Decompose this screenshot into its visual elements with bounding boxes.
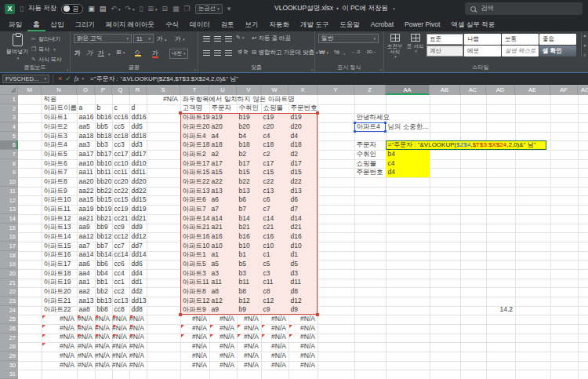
cell-N30[interactable]: #N/A <box>42 361 74 371</box>
col-header-U[interactable]: U <box>209 85 237 95</box>
cell-R30[interactable]: #N/A <box>129 361 144 371</box>
wrap-text-button[interactable]: ↩ 자동 줄 바꿈 <box>252 35 291 42</box>
dialog-launcher-icon[interactable]: ⌟ <box>379 65 382 71</box>
row-header-17[interactable]: 17 <box>0 242 18 251</box>
cell-W30[interactable]: #N/A <box>261 361 286 371</box>
cancel-icon[interactable]: × <box>58 75 62 82</box>
cell-AA4[interactable]: 님의 소중한... <box>388 122 429 133</box>
cell-P30[interactable]: #N/A <box>95 361 110 371</box>
shrink-font-icon[interactable]: 가▾ <box>175 35 185 43</box>
col-header-AC[interactable]: AC <box>460 85 486 95</box>
document-icon[interactable]: ▯ <box>20 5 24 13</box>
underline-icon[interactable]: 가 <box>98 49 104 57</box>
align-center-icon[interactable] <box>214 50 221 56</box>
comma-style-icon[interactable]: , <box>343 49 345 56</box>
cell-V30[interactable]: #N/A <box>237 361 259 371</box>
row-header-13[interactable]: 13 <box>0 205 18 214</box>
save-icon[interactable]: ▣ <box>88 5 95 13</box>
cell-Z9[interactable]: 주문번호 <box>357 168 383 178</box>
indent-icons[interactable]: ⊴ ⊵ <box>238 49 249 55</box>
copy-button[interactable]: ❐복사▾ <box>31 46 62 53</box>
tab-도움말[interactable]: 도움말 <box>334 17 365 31</box>
borders-icon[interactable]: ⊞▾ <box>116 49 125 56</box>
font-size-combo[interactable]: 11▾ <box>133 34 154 43</box>
new-file-icon[interactable]: ▯ <box>139 5 143 13</box>
style-chip-나쁨[interactable]: 나쁨 <box>464 34 501 45</box>
row-header-5[interactable]: 5 <box>0 132 18 141</box>
col-header-AF[interactable]: AF <box>550 85 578 95</box>
row-header-31[interactable]: 31 <box>0 370 18 379</box>
format-as-table-button[interactable]: 표 서식 ▾ <box>405 34 425 54</box>
tab-Acrobat[interactable]: Acrobat <box>365 17 399 31</box>
bold-icon[interactable]: 가 <box>74 49 81 57</box>
cell-S1[interactable]: #N/A <box>147 95 178 105</box>
row-header-22[interactable]: 22 <box>0 287 18 297</box>
cell-X30[interactable]: #N/A <box>289 361 315 371</box>
dialog-launcher-icon[interactable]: ⌟ <box>194 65 196 71</box>
col-header-AB[interactable]: AB <box>430 85 460 95</box>
tab-그리기[interactable]: 그리기 <box>70 17 101 31</box>
cell-U30[interactable]: #N/A <box>209 361 234 371</box>
row-header-3[interactable]: 3 <box>0 113 18 122</box>
phonetic-guide-icon[interactable]: 내천▾ <box>169 49 188 59</box>
align-middle-icon[interactable] <box>214 36 221 42</box>
row-header-4[interactable]: 4 <box>0 122 18 132</box>
row-header-29[interactable]: 29 <box>0 352 18 361</box>
tab-검토[interactable]: 검토 <box>215 17 239 31</box>
col-header-V[interactable]: V <box>237 85 261 95</box>
name-box[interactable]: FVSCHED... ▾ <box>2 75 49 83</box>
col-header-AG[interactable]: AG <box>578 85 588 95</box>
row-header-18[interactable]: 18 <box>0 251 18 261</box>
style-chip-계산[interactable]: 계산 <box>426 46 463 56</box>
style-chip-좋음[interactable]: 좋음 <box>539 34 576 45</box>
row-header-19[interactable]: 19 <box>0 260 18 269</box>
style-chip-셀 확인[interactable]: 셀 확인 <box>539 46 576 56</box>
col-header-P[interactable]: P <box>95 85 112 95</box>
col-header-R[interactable]: R <box>129 85 147 95</box>
tab-개발 도구[interactable]: 개발 도구 <box>295 17 334 31</box>
font-name-combo[interactable]: 맑은 고딕▾ <box>74 34 132 43</box>
cell-T30[interactable]: #N/A <box>180 361 207 371</box>
orientation-icon[interactable]: ✎▾ <box>236 35 244 41</box>
redo-icon[interactable]: ↷▾ <box>125 5 134 13</box>
decrease-decimal-icon[interactable]: .00→ <box>365 49 376 54</box>
col-header-Y[interactable]: Y <box>318 85 354 95</box>
row-header-23[interactable]: 23 <box>0 297 18 306</box>
row-header-30[interactable]: 30 <box>0 361 18 370</box>
borders-icon[interactable]: ⊞▾ <box>147 5 157 13</box>
picture-icon[interactable]: ▦ <box>172 5 180 13</box>
fill-color-icon[interactable]: ◇ <box>135 49 141 56</box>
tab-데이터[interactable]: 데이터 <box>184 17 216 31</box>
gridlines-toggle[interactable]: 눈금선▾ <box>195 4 223 14</box>
col-header-M[interactable]: M <box>18 85 42 95</box>
row-header-1[interactable]: 1 <box>0 95 18 104</box>
currency-icon[interactable]: ₩▾ <box>319 49 328 56</box>
dialog-launcher-icon[interactable]: ⌟ <box>66 65 68 71</box>
gallery-scrollbar[interactable]: ▲ ▼ ≡ <box>581 33 588 57</box>
tab-수식[interactable]: 수식 <box>160 17 184 31</box>
tab-자동화[interactable]: 자동화 <box>263 17 295 31</box>
col-header-X[interactable]: X <box>289 85 318 95</box>
paste-button[interactable]: 붙여넣기 ▾ <box>5 34 29 65</box>
col-header-T[interactable]: T <box>180 85 209 95</box>
cell-Z4[interactable]: 아파트4 <box>357 122 380 133</box>
row-header-2[interactable]: 2 <box>0 104 18 114</box>
row-header-28[interactable]: 28 <box>0 342 18 352</box>
col-header-AE[interactable]: AE <box>515 85 550 95</box>
align-left-icon[interactable] <box>203 50 210 56</box>
style-chip-메모[interactable]: 메모 <box>464 46 501 56</box>
merge-cells-icon[interactable]: ⊟ <box>162 5 169 13</box>
search-box[interactable]: 검색 <box>465 2 583 15</box>
undo-icon[interactable]: ↶▾ <box>111 5 120 13</box>
number-format-combo[interactable]: 일반▾ <box>318 34 379 43</box>
percent-icon[interactable]: % <box>334 49 339 56</box>
tab-Power Pivot[interactable]: Power Pivot <box>399 17 445 31</box>
style-chip-설명 텍스트[interactable]: 설명 텍스트 <box>502 46 539 56</box>
col-header-Z[interactable]: Z <box>354 85 386 95</box>
tab-페이지 레이아웃[interactable]: 페이지 레이아웃 <box>100 17 160 31</box>
row-header-21[interactable]: 21 <box>0 279 18 288</box>
row-header-26[interactable]: 26 <box>0 324 18 333</box>
italic-icon[interactable]: 가 <box>86 49 93 57</box>
copy-icon[interactable]: ❐ <box>184 5 191 13</box>
save-as-icon[interactable]: ▤ <box>100 5 107 13</box>
